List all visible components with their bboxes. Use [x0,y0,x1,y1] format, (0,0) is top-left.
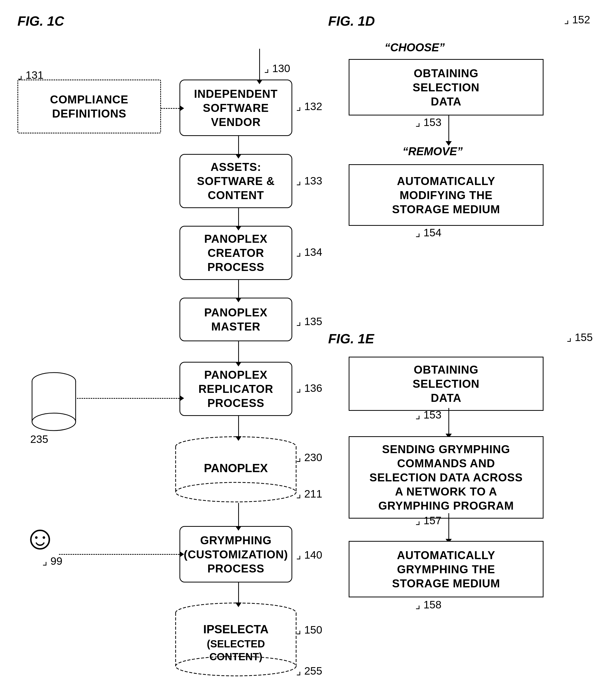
ref-152: ⌟ 152 [564,13,590,26]
svg-point-9 [175,482,296,502]
ref-140: ⌟ 140 [296,549,322,561]
arrow-to-isv [256,49,263,84]
ref-158: ⌟ 158 [415,598,441,611]
fig1d-label: FIG. 1D [328,13,375,29]
obtaining1-box: OBTAINING SELECTION DATA [349,59,544,115]
master-box: PANOPLEX MASTER [180,298,292,341]
user-smiley: ☺ [23,518,57,557]
obtaining2-box: OBTAINING SELECTION DATA [349,357,544,411]
arrow-grymphing-ipselecta [235,583,241,607]
ref-150: ⌟ 150 [296,624,322,636]
ref-132: ⌟ 132 [296,100,322,113]
grymphing-box: GRYMPHING (CUSTOMIZATION) PROCESS [180,526,292,583]
svg-text:IPSELECTA: IPSELECTA [203,623,269,636]
ref-230: ⌟ 230 [296,451,322,464]
ref-157: ⌟ 157 [415,514,441,527]
dashed-arrow-user-grymphing [59,551,184,557]
svg-text:CONTENT): CONTENT) [209,651,263,662]
fig1c-label: FIG. 1C [17,13,64,29]
ref-153-1e: ⌟ 153 [415,408,441,421]
svg-text:PANOPLEX: PANOPLEX [204,462,268,475]
assets-box: ASSETS: SOFTWARE & CONTENT [180,154,292,208]
replicator-box: PANOPLEX REPLICATOR PROCESS [180,362,292,416]
creator-box: PANOPLEX CREATOR PROCESS [180,226,292,280]
ref-155: ⌟ 155 [566,331,593,343]
ref-235: 235 [30,433,48,445]
ref-153-1d: ⌟ 153 [415,116,441,128]
ref-134: ⌟ 134 [296,246,322,258]
isv-box: INDEPENDENT SOFTWARE VENDOR [180,79,292,136]
ref-255: ⌟ 255 [296,665,322,677]
auto-gryph-box: AUTOMATICALLY GRYMPHING THE STORAGE MEDI… [349,541,544,597]
modifying-box: AUTOMATICALLY MODIFYING THE STORAGE MEDI… [349,164,544,226]
ref-154: ⌟ 154 [415,226,441,239]
arrow-master-replicator [235,341,241,366]
arrow-creator-master [235,280,241,302]
fig1e-label: FIG. 1E [328,331,374,346]
dashed-arrow-db-replicator [77,395,184,401]
ref-130: ⌟ 130 [264,62,290,75]
ref-133: ⌟ 133 [296,175,322,187]
choose-label: “CHOOSE” [385,41,445,54]
arrow-1e-2 [445,513,452,544]
arrow-isv-assets [235,136,241,158]
page: FIG. 1C COMPLIANCE DEFINITIONS ⌟ 131 IND… [0,0,593,700]
arrow-1e-1 [445,408,452,438]
panoplex-cylinder: PANOPLEX [174,436,298,503]
ref-135: ⌟ 135 [296,315,322,328]
compliance-box: COMPLIANCE DEFINITIONS [17,79,161,134]
ref-211: ⌟ 211 [296,487,322,500]
arrow-panoplex-grymphing [235,503,241,531]
arrow-assets-creator [235,208,241,230]
arrow-1d-1 [445,115,452,146]
dashed-arrow-compliance-isv [161,105,184,111]
svg-text:(SELECTED: (SELECTED [207,638,265,650]
arrow-replicator-panoplex [235,416,241,441]
remove-label: “REMOVE” [402,145,463,158]
ipselecta-cylinder: IPSELECTA (SELECTED CONTENT) [174,602,298,677]
ref-136: ⌟ 136 [296,382,322,394]
ref-131: ⌟ 131 [17,69,44,81]
db-cylinder-235 [31,372,77,431]
svg-point-4 [32,413,76,431]
sending-box: SENDING GRYMPHING COMMANDS AND SELECTION… [349,436,544,519]
